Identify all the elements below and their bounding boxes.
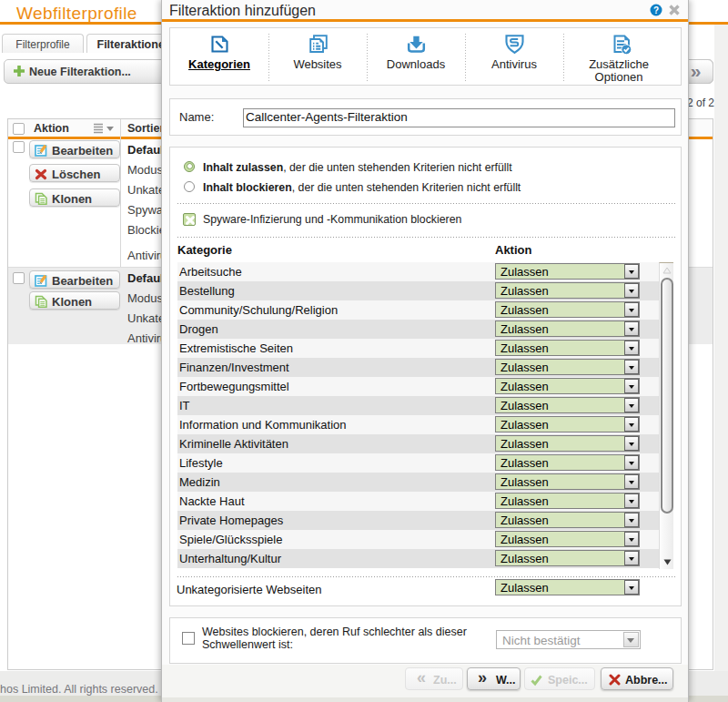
svg-text:?: ?: [653, 5, 659, 15]
